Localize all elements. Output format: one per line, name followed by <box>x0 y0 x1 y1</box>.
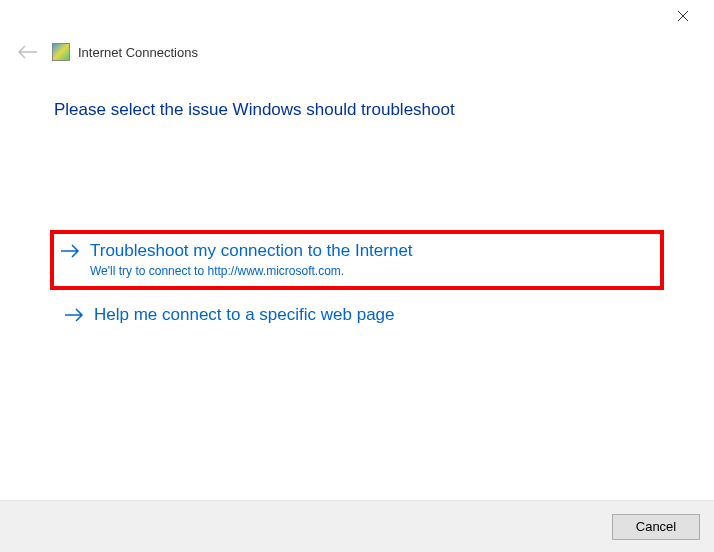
page-heading: Please select the issue Windows should t… <box>54 100 660 120</box>
option-subtitle: We'll try to connect to http://www.micro… <box>90 264 413 278</box>
back-arrow-icon <box>18 45 38 59</box>
content-area: Please select the issue Windows should t… <box>0 72 714 337</box>
title-bar <box>0 0 714 32</box>
arrow-right-icon <box>60 243 80 263</box>
app-title: Internet Connections <box>78 45 198 60</box>
footer-bar: Cancel <box>0 500 714 552</box>
close-icon <box>677 10 689 22</box>
wizard-header: Internet Connections <box>0 32 714 72</box>
option-troubleshoot-internet[interactable]: Troubleshoot my connection to the Intern… <box>50 230 664 290</box>
option-title: Help me connect to a specific web page <box>94 304 395 326</box>
back-button <box>16 40 40 64</box>
arrow-right-icon <box>64 307 84 327</box>
option-text: Help me connect to a specific web page <box>94 304 395 326</box>
app-icon <box>52 43 70 61</box>
close-button[interactable] <box>670 3 696 29</box>
option-specific-webpage[interactable]: Help me connect to a specific web page <box>54 296 660 337</box>
option-title: Troubleshoot my connection to the Intern… <box>90 240 413 262</box>
option-text: Troubleshoot my connection to the Intern… <box>90 240 413 278</box>
cancel-button[interactable]: Cancel <box>612 514 700 540</box>
